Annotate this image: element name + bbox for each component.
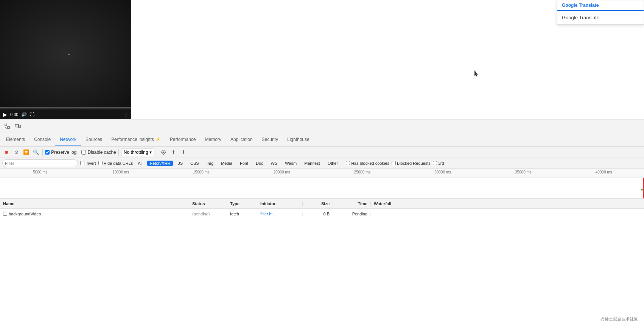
timeline-label-40000: 40000 ms	[563, 170, 644, 174]
has-blocked-cookies-input[interactable]	[346, 161, 350, 165]
tab-performance-insights[interactable]: Performance insights ⚡	[107, 133, 165, 146]
filter-type-manifest[interactable]: Manifest	[302, 161, 323, 166]
google-translate-header: Google Translate	[557, 0, 644, 11]
timeline-label-35000: 35000 ms	[483, 170, 564, 174]
filter-type-other[interactable]: Other	[325, 161, 341, 166]
import-har-icon[interactable]: ⬇	[179, 148, 187, 156]
video-volume-icon[interactable]: 🔊	[21, 112, 27, 117]
timeline-labels: 5000 ms 10000 ms 15000 ms 20000 ms 25000…	[0, 169, 644, 178]
row-select-checkbox[interactable]	[3, 212, 7, 216]
filter-type-font[interactable]: Font	[237, 161, 251, 166]
row-time: Pending	[333, 212, 371, 216]
filter-type-js[interactable]: JS	[175, 161, 185, 166]
network-table: Name Status Type Initiator Size Time Wat…	[0, 199, 644, 325]
tab-elements[interactable]: Elements	[2, 133, 30, 146]
video-progress-bar[interactable]	[0, 107, 131, 108]
filter-type-wasm[interactable]: Wasm	[282, 161, 299, 166]
tab-memory[interactable]: Memory	[201, 133, 226, 146]
table-row[interactable]: backgroundVideo (pending) fetch filter.h…	[0, 209, 644, 219]
google-translate-item[interactable]: Google Translate	[557, 11, 644, 24]
disable-cache-input[interactable]	[81, 150, 86, 155]
column-header-name[interactable]: Name	[0, 201, 189, 206]
toolbar-divider-3	[118, 149, 119, 156]
network-toolbar: ⏺ ⊘ 🔽 🔍 Preserve log Disable cache No th…	[0, 147, 644, 158]
hide-data-urls-checkbox[interactable]: Hide data URLs	[98, 161, 133, 166]
video-time: 0:00	[10, 112, 18, 117]
column-header-time[interactable]: Time	[333, 201, 371, 206]
device-toggle-icon[interactable]	[13, 121, 23, 131]
record-button[interactable]: ⏺	[2, 148, 11, 156]
webpage-area: ▶ 0:00 🔊 ⛶ ⋮ Google Translate Google Tra…	[0, 0, 644, 119]
throttle-chevron-icon: ▾	[149, 150, 152, 155]
export-har-icon[interactable]: ⬆	[169, 148, 177, 156]
filter-button[interactable]: 🔽	[22, 148, 30, 156]
video-dot	[68, 54, 70, 55]
throttle-select[interactable]: No throttling ▾	[121, 149, 155, 156]
row-type: fetch	[227, 212, 257, 216]
preserve-log-checkbox[interactable]: Preserve log	[45, 150, 76, 155]
search-button[interactable]: 🔍	[32, 148, 40, 156]
inspect-element-icon[interactable]	[2, 121, 12, 131]
table-header: Name Status Type Initiator Size Time Wat…	[0, 199, 644, 209]
preserve-log-input[interactable]	[45, 150, 50, 155]
tab-sources[interactable]: Sources	[81, 133, 107, 146]
row-name[interactable]: backgroundVideo	[0, 212, 189, 216]
svg-rect-1	[8, 127, 9, 128]
column-header-size[interactable]: Size	[303, 201, 333, 206]
timeline-label-15000: 15000 ms	[161, 170, 242, 174]
hide-data-urls-input[interactable]	[98, 161, 103, 165]
timeline-label-25000: 25000 ms	[322, 170, 403, 174]
clear-button[interactable]: ⊘	[12, 148, 20, 156]
filter-type-ws[interactable]: WS	[268, 161, 280, 166]
row-initiator[interactable]: filter.ht...	[257, 212, 303, 216]
row-status: (pending)	[189, 212, 227, 216]
filter-type-img[interactable]: Img	[204, 161, 216, 166]
filter-type-media[interactable]: Media	[218, 161, 235, 166]
invert-checkbox[interactable]: Invert	[80, 161, 96, 166]
tab-application[interactable]: Application	[226, 133, 257, 146]
filter-type-doc[interactable]: Doc	[253, 161, 266, 166]
svg-rect-3	[15, 124, 19, 127]
tab-performance[interactable]: Performance	[165, 133, 201, 146]
video-more-icon[interactable]: ⋮	[124, 112, 128, 117]
video-content	[0, 0, 131, 107]
timeline-chart[interactable]	[0, 178, 644, 199]
network-conditions-icon[interactable]	[159, 148, 168, 156]
third-party-checkbox[interactable]: 3rd	[433, 161, 444, 166]
filter-bar: Invert Hide data URLs All Fetch/XHR JS C…	[0, 158, 644, 169]
svg-line-2	[5, 127, 7, 128]
watermark: @稀土掘金技术社区	[600, 316, 638, 322]
tab-lighthouse[interactable]: Lighthouse	[283, 133, 314, 146]
toolbar-divider-4	[157, 149, 157, 156]
devtools-tabs: Elements Console Network Sources Perform…	[0, 133, 644, 147]
third-party-input[interactable]	[433, 161, 437, 165]
tab-security[interactable]: Security	[257, 133, 283, 146]
filter-type-css[interactable]: CSS	[188, 161, 202, 166]
column-header-waterfall[interactable]: Waterfall	[371, 201, 644, 206]
video-play-button[interactable]: ▶	[3, 111, 7, 118]
toolbar-divider-1	[42, 149, 43, 156]
invert-input[interactable]	[80, 161, 84, 165]
disable-cache-checkbox[interactable]: Disable cache	[81, 150, 116, 155]
video-fullscreen-icon[interactable]: ⛶	[30, 112, 34, 117]
performance-insights-icon: ⚡	[156, 137, 161, 142]
filter-type-all[interactable]: All	[135, 161, 145, 166]
column-header-initiator[interactable]: Initiator	[257, 201, 303, 206]
blocked-requests-checkbox[interactable]: Blocked Requests	[392, 161, 431, 166]
timeline-label-30000: 30000 ms	[403, 170, 483, 174]
column-header-type[interactable]: Type	[227, 201, 257, 206]
blocked-requests-input[interactable]	[392, 161, 396, 165]
timeline-label-10000: 10000 ms	[81, 170, 161, 174]
svg-rect-4	[19, 125, 20, 128]
google-translate-dropdown: Google Translate Google Translate	[557, 0, 644, 25]
tab-network[interactable]: Network	[55, 133, 81, 146]
video-player: ▶ 0:00 🔊 ⛶ ⋮	[0, 0, 131, 119]
toolbar-divider-2	[79, 149, 79, 156]
filter-type-fetch-xhr[interactable]: Fetch/XHR	[147, 161, 173, 166]
has-blocked-cookies-checkbox[interactable]: Has blocked cookies	[346, 161, 389, 166]
timeline-label-20000: 20000 ms	[241, 170, 322, 174]
filter-input[interactable]	[2, 159, 78, 167]
devtools-panel: Elements Console Network Sources Perform…	[0, 119, 644, 325]
tab-console[interactable]: Console	[30, 133, 55, 146]
column-header-status[interactable]: Status	[189, 201, 227, 206]
